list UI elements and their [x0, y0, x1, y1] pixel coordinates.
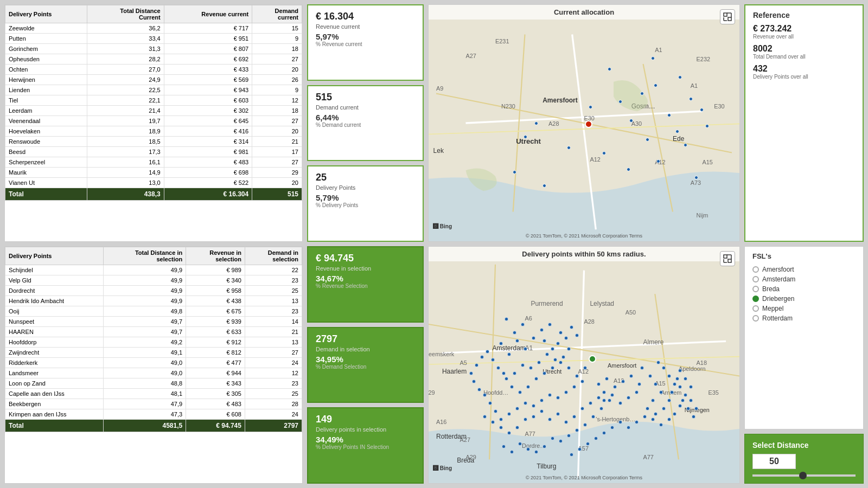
table-row: Velp Gld49,9€ 34023 [5, 275, 302, 286]
svg-text:A73: A73 [691, 179, 701, 186]
bottom-map-dot [689, 399, 693, 402]
top-delivery-pct: 5,79% [316, 193, 415, 202]
reference-demand-value: 8002 [753, 44, 855, 54]
table-cell: 23 [245, 275, 302, 286]
fsl-radio-button[interactable] [752, 305, 759, 312]
table-cell: 21 [252, 137, 302, 147]
col-header-delivery-points: Delivery Points [5, 5, 87, 23]
svg-rect-29 [728, 17, 731, 21]
table-cell: 13 [245, 296, 302, 306]
col-header-demand-sel: Demand inselection [245, 247, 302, 265]
svg-text:A12: A12 [590, 156, 600, 163]
table-footer-cell: Total [5, 188, 87, 201]
fsl-radio-button[interactable] [752, 286, 759, 292]
bottom-map-dot [659, 390, 663, 394]
table-row: Vianen Ut13,0€ 52220 [5, 178, 302, 188]
table-cell: 31,3 [87, 44, 164, 54]
table-cell: € 603 [164, 95, 252, 106]
top-demand-pct-label: % Demand current [316, 122, 415, 128]
bottom-map-dot [513, 371, 516, 375]
bottom-map-dot [480, 355, 484, 359]
fsl-radio-button[interactable] [752, 315, 759, 322]
table-cell: € 522 [164, 178, 252, 188]
table-cell: 27 [245, 348, 302, 358]
svg-text:N230: N230 [501, 103, 515, 110]
bottom-demand-pct: 34,95% [316, 355, 415, 364]
bottom-map-dot [551, 347, 554, 351]
table-cell: € 958 [186, 286, 245, 296]
top-map-expand-button[interactable] [720, 9, 735, 24]
table-footer-cell: € 94.745 [186, 420, 245, 432]
table-cell: Beesd [5, 147, 87, 157]
bottom-table-panel: Delivery Points Total Distance inselecti… [4, 246, 303, 484]
top-revenue-value: € 16.304 [316, 11, 415, 22]
svg-text:Amersfoort: Amersfoort [542, 97, 578, 104]
map-dot-9 [667, 113, 671, 117]
fsl-list-item[interactable]: Driebergen [752, 294, 856, 304]
svg-rect-76 [728, 259, 731, 262]
top-demand-value: 515 [316, 92, 415, 103]
fsl-radio-button[interactable] [752, 276, 759, 282]
fsl-title: FSL's [752, 252, 856, 260]
fsl-list-item[interactable]: Rotterdam [752, 313, 856, 323]
bottom-map-expand-button[interactable] [720, 251, 735, 266]
table-row: Hoevelaken18,9€ 41620 [5, 126, 302, 137]
table-cell: 28 [245, 399, 302, 409]
table-cell: 49,8 [104, 306, 186, 317]
svg-text:A28: A28 [548, 120, 559, 127]
map-dot-16 [656, 159, 660, 163]
top-table-scroll[interactable]: Delivery Points Total DistanceCurrent Re… [5, 5, 302, 241]
distance-slider-track[interactable] [752, 474, 856, 477]
fsl-radio-button[interactable] [752, 296, 759, 302]
bottom-map-copyright: © 2021 TomTom, © 2021 Microsoft Corporat… [429, 475, 739, 480]
table-cell: Velp Gld [5, 275, 104, 286]
table-row: Beekbergen47,9€ 48328 [5, 399, 302, 409]
bottom-map-dot [583, 423, 587, 427]
bottom-map-dot [521, 363, 525, 367]
bottom-delivery-pct: 34,49% [316, 435, 415, 444]
table-cell: 21 [245, 327, 302, 337]
fsl-list-item[interactable]: Breda [752, 284, 856, 294]
svg-text:Utrecht: Utrecht [516, 137, 541, 145]
bottom-map-dot [469, 371, 473, 375]
table-row: Putten33,4€ 9519 [5, 34, 302, 44]
top-revenue-pct-label: % Revenue current [316, 41, 415, 47]
bottom-map-dot [646, 407, 649, 410]
table-cell: € 939 [186, 317, 245, 327]
distance-slider-thumb[interactable] [799, 472, 807, 479]
bottom-map-dot [648, 374, 652, 378]
table-cell: 49,9 [104, 296, 186, 306]
table-cell: Loon op Zand [5, 378, 104, 389]
bottom-map-dot [542, 371, 546, 375]
fsl-list-item[interactable]: Amersfoort [752, 265, 856, 274]
map-dot-20 [524, 135, 527, 139]
table-cell: € 483 [164, 157, 252, 168]
fsl-radio-button[interactable] [752, 266, 759, 273]
bottom-map-dot [553, 358, 557, 362]
reference-delivery-label: Delivery Points over all [753, 74, 855, 80]
bottom-table-scroll[interactable]: Delivery Points Total Distance inselecti… [5, 247, 302, 483]
bottom-map-dot [610, 393, 614, 397]
bottom-map-dot [681, 399, 685, 402]
reference-delivery-value: 432 [753, 64, 855, 74]
table-cell: 49,7 [104, 327, 186, 337]
bottom-map-dot [529, 366, 533, 370]
top-revenue-pct: 5,97% [316, 32, 415, 41]
table-cell: € 633 [186, 327, 245, 337]
fsl-list-item[interactable]: Amsterdam [752, 274, 856, 284]
table-row: HAAREN49,7€ 63321 [5, 327, 302, 337]
table-cell: € 477 [186, 358, 245, 368]
bottom-map-dot [499, 418, 503, 421]
fsl-list-item[interactable]: Meppel [752, 304, 856, 313]
table-row: Zeewolde36,2€ 71715 [5, 23, 302, 34]
table-cell: 49,9 [104, 286, 186, 296]
map-dot-17 [627, 168, 630, 171]
table-cell: 22 [245, 265, 302, 275]
table-cell: 24 [245, 358, 302, 368]
table-cell: Zeewolde [5, 23, 87, 34]
svg-text:A1: A1 [691, 82, 698, 89]
bottom-map-dot [505, 377, 508, 381]
table-cell: € 951 [164, 34, 252, 44]
table-cell: € 807 [164, 44, 252, 54]
table-cell: 48,8 [104, 378, 186, 389]
